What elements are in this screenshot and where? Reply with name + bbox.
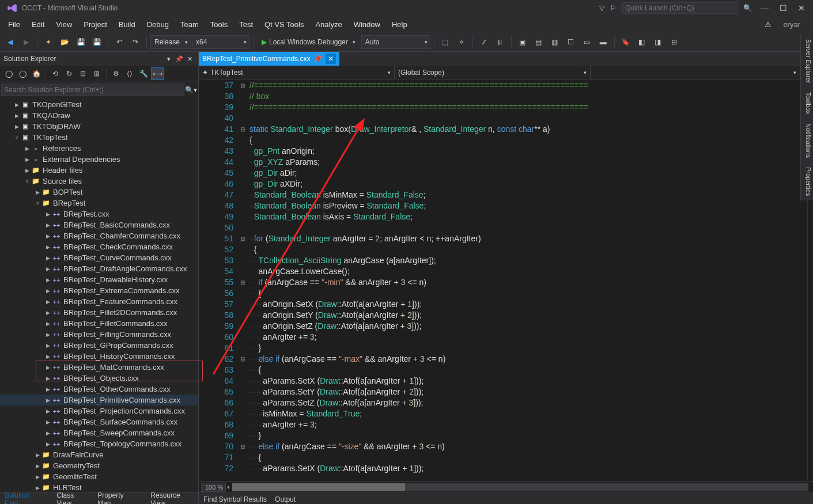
horizontal-scrollbar[interactable]: [232, 483, 808, 491]
tab-output[interactable]: Output: [275, 495, 296, 503]
tree-item[interactable]: ▶▫External Dependencies: [0, 154, 198, 165]
tree-item[interactable]: ▶++BRepTest_SweepCommands.cxx: [0, 427, 198, 438]
tree-item[interactable]: ▶📁Header files: [0, 165, 198, 176]
menu-debug[interactable]: Debug: [142, 18, 173, 31]
menu-team[interactable]: Team: [176, 18, 203, 31]
tree-item[interactable]: ▶++BRepTest_CurveCommands.cxx: [0, 252, 198, 263]
tree-item[interactable]: ▶▫References: [0, 143, 198, 154]
menu-qtvstools[interactable]: Qt VS Tools: [260, 18, 308, 31]
tb-icon-8[interactable]: ☐: [564, 35, 578, 50]
tb-icon-2[interactable]: ✧: [454, 35, 469, 50]
tb-icon-5[interactable]: ▣: [515, 35, 530, 50]
notifications-filter-icon[interactable]: ▽: [599, 4, 604, 12]
se-ruler-icon[interactable]: ⟷: [151, 67, 164, 80]
nav-project-dropdown[interactable]: ✦TKTopTest: [199, 66, 395, 79]
open-file-button[interactable]: 📂: [57, 35, 72, 50]
menu-tools[interactable]: Tools: [206, 18, 232, 31]
tree-item[interactable]: ▿📁Source files: [0, 176, 198, 187]
nav-scope-dropdown[interactable]: (Global Scope): [395, 66, 591, 79]
warning-icon[interactable]: ⚠: [760, 18, 776, 31]
tab-class-view[interactable]: Class View: [52, 490, 93, 505]
tree-item[interactable]: ▶++BRepTest_BasicCommands.cxx: [0, 219, 198, 230]
tab-find-symbol[interactable]: Find Symbol Results: [203, 495, 267, 503]
editor-tab[interactable]: BRepTest_PrimitiveCommands.cxx 📌 ✕: [199, 52, 339, 66]
tb-icon-12[interactable]: ◧: [634, 35, 649, 50]
tree-item[interactable]: ▶📁GeometryTest: [0, 460, 198, 471]
se-search-input[interactable]: [1, 84, 184, 96]
tab-solution-explorer[interactable]: Solution Expl...: [0, 490, 52, 505]
tree-item[interactable]: ▶++BRepTest_PrimitiveCommands.cxx: [0, 395, 198, 406]
menu-analyze[interactable]: Analyze: [311, 18, 346, 31]
tree-item[interactable]: ▶++BRepTest_ProjectionCommands.cxx: [0, 406, 198, 416]
menu-file[interactable]: File: [3, 18, 25, 31]
redo-button[interactable]: ↷: [128, 35, 143, 50]
menu-edit[interactable]: Edit: [27, 18, 49, 31]
tree-item[interactable]: ▶++BRepTest_Objects.cxx: [0, 373, 198, 384]
side-tab-properties[interactable]: Properties: [801, 162, 813, 200]
tb-icon-7[interactable]: ▥: [547, 35, 562, 50]
menu-project[interactable]: Project: [79, 18, 111, 31]
nav-back-button[interactable]: ◀: [2, 35, 17, 50]
config-dropdown[interactable]: Release: [150, 35, 191, 49]
tree-item[interactable]: ▶++BRepTest_ExtremaCommands.cxx: [0, 285, 198, 296]
close-button[interactable]: ✕: [792, 1, 811, 15]
tb-icon-10[interactable]: ▬: [596, 35, 611, 50]
tree-item[interactable]: ▶▣TKTObjDRAW: [0, 121, 198, 132]
user-label[interactable]: eryar: [778, 18, 805, 31]
tree-item[interactable]: ▶++BRepTest_MatCommands.cxx: [0, 362, 198, 373]
se-home-icon[interactable]: 🏠: [30, 67, 43, 80]
maximize-button[interactable]: ☐: [774, 1, 792, 15]
tb-icon-6[interactable]: ▤: [531, 35, 546, 50]
tree-item[interactable]: ▶++BRepTest_ChamferCommands.cxx: [0, 230, 198, 241]
side-tab-notifications[interactable]: Notifications: [801, 119, 813, 162]
menu-view[interactable]: View: [51, 18, 77, 31]
tb-icon-3[interactable]: ⫽: [477, 35, 491, 50]
se-wrench-icon[interactable]: 🔧: [137, 67, 150, 80]
se-sync-icon[interactable]: ⟲: [49, 67, 62, 80]
nav-fwd-button[interactable]: ▶: [18, 35, 33, 50]
code-area[interactable]: //======================================…: [247, 79, 807, 481]
panel-pin-icon[interactable]: 📌: [174, 55, 184, 63]
solution-tree[interactable]: ▶▣TKOpenGlTest▶▣TKQADraw▶▣TKTObjDRAW▿▣TK…: [0, 98, 198, 492]
tab-property-manager[interactable]: Property Man...: [93, 490, 146, 505]
tree-item[interactable]: ▶▣TKQADraw: [0, 110, 198, 121]
quick-launch-input[interactable]: [622, 2, 738, 14]
code-editor[interactable]: 3738394041424344454647484950515253545556…: [199, 79, 813, 481]
tb-icon-13[interactable]: ◨: [651, 35, 665, 50]
search-icon[interactable]: 🔍: [743, 4, 752, 12]
new-project-button[interactable]: ✦: [41, 35, 56, 50]
menu-window[interactable]: Window: [349, 18, 385, 31]
tree-item[interactable]: ▶++BRepTest_DraftAngleCommands.cxx: [0, 263, 198, 274]
side-tab-server-explorer[interactable]: Server Explorer: [801, 35, 813, 88]
start-debug-button[interactable]: ▶Local Windows Debugger▾: [257, 35, 360, 49]
side-tab-toolbox[interactable]: Toolbox: [801, 88, 813, 119]
tree-item[interactable]: ▶++BRepTest_FeatureCommands.cxx: [0, 296, 198, 307]
se-properties-icon[interactable]: ⚙: [109, 67, 122, 80]
menu-help[interactable]: Help: [387, 18, 412, 31]
tree-item[interactable]: ▶▣TKOpenGlTest: [0, 99, 198, 110]
auto-dropdown[interactable]: Auto: [361, 35, 430, 49]
tree-item[interactable]: ▿▣TKTopTest: [0, 132, 198, 143]
se-back-icon[interactable]: ◯: [2, 67, 15, 80]
save-button[interactable]: 💾: [73, 35, 88, 50]
tree-item[interactable]: ▶++BRepTest_FilletCommands.cxx: [0, 318, 198, 329]
tree-item[interactable]: ▶++BRepTest_GPropCommands.cxx: [0, 340, 198, 351]
flag-icon[interactable]: ⚐: [610, 4, 617, 12]
se-showall-icon[interactable]: ⊞: [90, 67, 103, 80]
se-collapse-icon[interactable]: ⊟: [77, 67, 89, 80]
tree-item[interactable]: ▶++BRepTest_DrawableHistory.cxx: [0, 274, 198, 285]
tree-item[interactable]: ▶++BRepTest_TopologyCommands.cxx: [0, 438, 198, 449]
tree-item[interactable]: ▶📁DrawFairCurve: [0, 449, 198, 460]
tree-item[interactable]: ▿📁BRepTest: [0, 198, 198, 209]
menu-test[interactable]: Test: [235, 18, 258, 31]
tab-close-icon[interactable]: ✕: [326, 54, 336, 64]
tree-item[interactable]: ▶++BRepTest_OtherCommands.cxx: [0, 384, 198, 395]
fold-gutter[interactable]: ⊟⊟⊟⊟⊟⊟: [238, 79, 247, 481]
tb-icon-9[interactable]: ▭: [580, 35, 595, 50]
tab-pin-icon[interactable]: 📌: [313, 55, 322, 63]
se-preview-icon[interactable]: ⟨⟩: [123, 67, 136, 80]
minimize-button[interactable]: —: [755, 1, 774, 15]
tree-item[interactable]: ▶++BRepTest_Fillet2DCommands.cxx: [0, 307, 198, 318]
tree-item[interactable]: ▶++BRepTest.cxx: [0, 209, 198, 219]
menu-build[interactable]: Build: [114, 18, 140, 31]
